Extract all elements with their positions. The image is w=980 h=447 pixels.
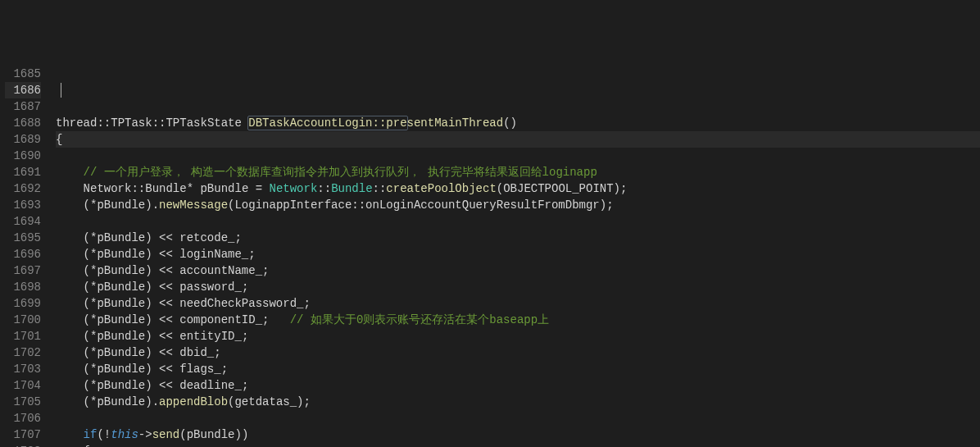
token-fn: sentMainThread: [407, 116, 504, 130]
token-sp: [56, 313, 84, 326]
line-number: 1700: [5, 312, 41, 328]
line-number: 1691: [5, 164, 41, 180]
code-line[interactable]: [56, 148, 980, 164]
token-op: ::: [352, 198, 365, 212]
token-op: (!: [97, 428, 111, 441]
token-id: pBundle: [97, 346, 145, 359]
token-id: retcode_: [179, 231, 234, 244]
code-line[interactable]: [56, 213, 980, 230]
token-op: ) <<: [145, 231, 179, 244]
line-number: 1701: [5, 328, 41, 344]
token-op: ) <<: [145, 330, 179, 343]
token-op: ) <<: [145, 363, 179, 376]
code-line[interactable]: (*pBundle) << componentID_; // 如果大于0则表示账…: [56, 312, 980, 328]
token-id: pBundle: [97, 363, 145, 376]
token-op: ) <<: [145, 346, 179, 359]
token-op: );: [600, 198, 614, 212]
line-number: 1687: [5, 98, 41, 115]
token-id: pBundle: [97, 395, 145, 408]
token-op: (*: [84, 379, 98, 392]
token-id: entityID_: [179, 330, 242, 343]
token-op: );: [297, 395, 311, 408]
token-sp: [56, 198, 84, 212]
line-number: 1708: [5, 443, 41, 447]
code-line[interactable]: (*pBundle) << password_;: [56, 279, 980, 295]
code-line[interactable]: {: [56, 131, 980, 148]
token-op: (*: [84, 395, 98, 408]
token-sp: [56, 363, 84, 376]
token-id: flags_: [179, 363, 220, 376]
token-op: (*: [84, 330, 98, 343]
code-line[interactable]: (*pBundle) << loginName_;: [56, 246, 980, 262]
token-cmt: // 如果大于0则表示账号还存活在某个baseapp上: [290, 313, 549, 326]
token-op: ;: [262, 313, 290, 326]
token-sp: [56, 248, 84, 261]
token-id: dbid_: [179, 346, 214, 359]
token-sp: [56, 264, 84, 277]
token-op: )): [234, 428, 248, 441]
token-op: ) <<: [145, 313, 179, 326]
code-line[interactable]: Network::Bundle* pBundle = Network::Bund…: [56, 180, 980, 197]
code-area[interactable]: thread::TPTask::TPTaskState DBTaskAccoun…: [49, 66, 980, 447]
token-op: ::: [131, 182, 145, 195]
token-id: onLoginAccountQueryResultFromDbmgr: [365, 198, 600, 212]
code-line[interactable]: (*pBundle).newMessage(LoginappInterface:…: [56, 197, 980, 213]
line-number: 1692: [5, 180, 41, 197]
token-op: (*: [84, 313, 98, 326]
code-line[interactable]: {: [56, 443, 980, 447]
code-line[interactable]: (*pBundle) << flags_;: [56, 361, 980, 377]
token-id: pBundle: [97, 231, 145, 244]
token-op: ::: [317, 182, 331, 195]
token-op: ) <<: [145, 281, 179, 294]
token-op: ::: [97, 116, 111, 130]
line-number: 1685: [5, 66, 41, 82]
code-line[interactable]: thread::TPTask::TPTaskState DBTaskAccoun…: [56, 115, 980, 131]
token-op: ;: [221, 363, 228, 376]
token-id: thread: [56, 116, 97, 130]
token-op: (*: [84, 248, 98, 261]
token-op: (*: [84, 198, 98, 212]
token-fn: newMessage: [159, 198, 228, 212]
token-id: TPTaskState: [166, 116, 248, 130]
code-line[interactable]: (*pBundle) << retcode_;: [56, 230, 980, 246]
code-line[interactable]: (*pBundle) << deadline_;: [56, 377, 980, 394]
token-id: accountName_: [179, 264, 262, 277]
code-line[interactable]: (*pBundle).appendBlob(getdatas_);: [56, 394, 980, 410]
line-number: 1690: [5, 148, 41, 164]
line-number: 1707: [5, 426, 41, 443]
token-id: componentID_: [179, 313, 262, 326]
token-op: ;: [303, 297, 310, 310]
token-op: ;: [262, 264, 269, 277]
line-number: 1693: [5, 197, 41, 213]
token-sp: [56, 297, 84, 310]
token-id: password_: [179, 281, 242, 294]
code-line[interactable]: // 一个用户登录， 构造一个数据库查询指令并加入到执行队列， 执行完毕将结果返…: [56, 164, 980, 180]
line-number: 1686: [5, 82, 41, 98]
token-id: pBundle: [97, 248, 145, 261]
code-line[interactable]: (*pBundle) << dbid_;: [56, 344, 980, 361]
code-line[interactable]: (*pBundle) << needCheckPassword_;: [56, 295, 980, 312]
token-op: ) <<: [145, 248, 179, 261]
token-op: (*: [84, 346, 98, 359]
code-line[interactable]: if(!this->send(pBundle)): [56, 426, 980, 443]
token-id: LoginappInterface: [234, 198, 352, 212]
token-op: ;: [242, 379, 248, 392]
line-number: 1702: [5, 344, 41, 361]
token-op: (: [179, 428, 186, 441]
token-op: (): [503, 116, 517, 130]
token-op: (*: [84, 363, 98, 376]
token-id: pBundle: [97, 198, 145, 212]
code-editor[interactable]: 1685168616871688168916901691169216931694…: [0, 66, 980, 447]
token-fn: send: [152, 428, 180, 441]
token-op: ;: [242, 330, 248, 343]
token-op: =: [256, 182, 270, 195]
code-line[interactable]: [56, 410, 980, 426]
token-kw: if: [84, 428, 98, 441]
token-id: pBundle: [97, 330, 145, 343]
token-type: Bundle: [331, 182, 372, 195]
line-number: 1703: [5, 361, 41, 377]
code-line[interactable]: (*pBundle) << entityID_;: [56, 328, 980, 344]
code-line[interactable]: (*pBundle) << accountName_;: [56, 262, 980, 279]
line-number: 1688: [5, 115, 41, 131]
line-number: 1699: [5, 295, 41, 312]
